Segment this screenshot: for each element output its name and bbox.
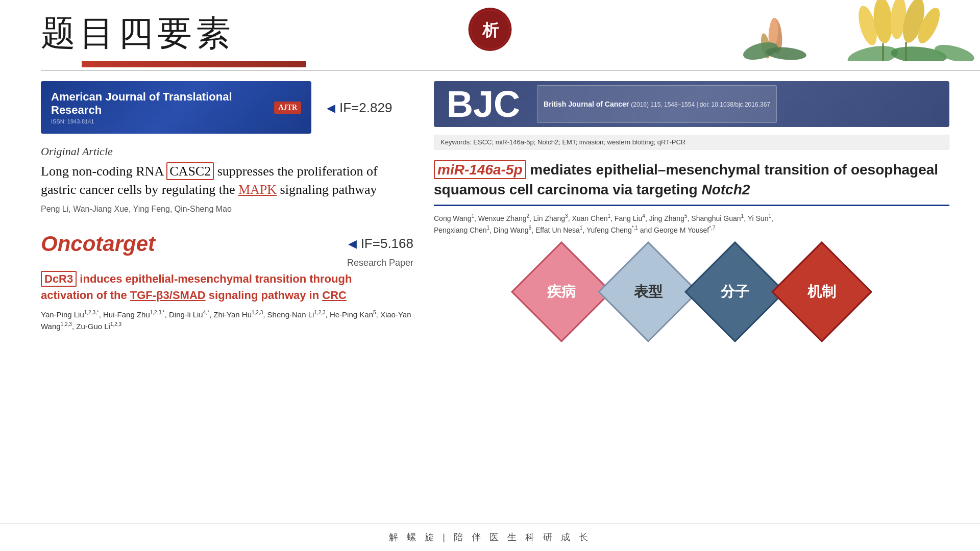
- diamond-molecule: 分子: [694, 251, 776, 333]
- bjc-citation: British Journal of Cancer (2016) 115, 15…: [544, 99, 770, 109]
- bjc-logo: BJC: [434, 81, 533, 127]
- oncotarget-authors: Yan-Ping Liu1,2,3,*, Hui-Fang Zhu1,2,3,*…: [41, 309, 413, 333]
- epi-text: epithelial-mesenchymal transition: [126, 272, 310, 285]
- oncotarget-header-row: Oncotarget ◀ IF=5.168: [41, 232, 413, 256]
- diamond-label-3: 分子: [721, 282, 749, 302]
- ajtr-title-post: signaling pathway: [277, 182, 377, 197]
- diamond-mechanism: 机制: [781, 251, 863, 333]
- diamond-disease: 疾病: [521, 251, 602, 333]
- divider-line: [41, 70, 980, 71]
- ajtr-journal-name: American Journal of Translational Resear…: [51, 90, 274, 117]
- ajtr-badge: AJTR: [274, 102, 301, 114]
- mapk-gene: MAPK: [238, 182, 277, 197]
- diamond-label-1: 疾病: [547, 282, 576, 302]
- footer-text: 解 螺 旋 | 陪 伴 医 生 科 研 成 长: [389, 532, 591, 542]
- bjc-doi: (2016) 115, 1548–1554 | doi: 10.1038/bjc…: [631, 101, 770, 108]
- oncotarget-arrow: ◀: [348, 237, 357, 251]
- svg-text:析: 析: [481, 21, 499, 39]
- ajtr-issn: ISSN: 1943-8141: [51, 118, 274, 124]
- article-type: Original Article: [41, 145, 413, 158]
- induces-text: induces: [77, 272, 125, 285]
- oncotarget-article-title: DcR3 induces epithelial-mesenchymal tran…: [41, 271, 413, 304]
- ajtr-authors: Peng Li, Wan-Jiang Xue, Ying Feng, Qin-S…: [41, 205, 413, 214]
- mir-gene: miR-146a-5p: [434, 160, 526, 179]
- header: 题目四要素 析: [0, 0, 980, 61]
- diamonds-row: 疾病 表型 分子 机制: [434, 251, 949, 333]
- bjc-article-title: miR-146a-5p mediates epithelial–mesenchy…: [434, 160, 949, 206]
- oncotarget-if-row: ◀ IF=5.168: [348, 236, 413, 252]
- ajtr-title-pre: Long non-coding RNA: [41, 164, 166, 179]
- ajtr-if-score: IF=2.829: [339, 100, 392, 116]
- diamond-phenotype: 表型: [607, 251, 689, 333]
- oncotarget-section: Oncotarget ◀ IF=5.168 Research Paper DcR…: [41, 229, 413, 333]
- footer: 解 螺 旋 | 陪 伴 医 生 科 研 成 长: [0, 523, 980, 551]
- red-bar: [82, 61, 306, 67]
- ajtr-if-container: ◀ IF=2.829: [327, 100, 392, 116]
- oncotarget-if-score: IF=5.168: [361, 236, 413, 252]
- ajtr-banner: American Journal of Translational Resear…: [41, 81, 311, 134]
- bjc-info: British Journal of Cancer (2016) 115, 15…: [537, 85, 777, 123]
- casc2-gene: CASC2: [166, 162, 214, 180]
- oncotarget-logo: Oncotarget: [41, 232, 155, 256]
- lotus-decoration: [725, 0, 980, 61]
- center-logo: 析: [469, 8, 512, 51]
- ajtr-info: American Journal of Translational Resear…: [51, 90, 274, 124]
- bjc-authors: Cong Wang1, Wenxue Zhang2, Lin Zhang3, X…: [434, 212, 949, 236]
- main-content: American Journal of Translational Resear…: [0, 81, 980, 333]
- through-text: through: [309, 272, 352, 285]
- crc-text: CRC: [322, 289, 347, 302]
- left-panel: American Journal of Translational Resear…: [41, 81, 413, 333]
- ajtr-row: American Journal of Translational Resear…: [41, 81, 413, 140]
- if-arrow-left: ◀: [327, 102, 335, 115]
- activation-text: activation of the: [41, 289, 130, 302]
- red-bar-container: [0, 61, 980, 67]
- diamond-label-4: 机制: [807, 282, 836, 302]
- tgf-gene: TGF-β3/SMAD: [130, 289, 206, 302]
- lotus-svg: [725, 0, 980, 61]
- right-panel: BJC British Journal of Cancer (2016) 115…: [434, 81, 949, 333]
- keywords-bar: Keywords: ESCC; miR-146a-5p; Notch2; EMT…: [434, 135, 949, 149]
- pathway-text: signaling pathway in: [206, 289, 323, 302]
- research-paper-label: Research Paper: [41, 258, 413, 268]
- dcr3-gene: DcR3: [41, 271, 77, 287]
- notch2-gene: Notch2: [701, 182, 750, 197]
- page-title: 题目四要素: [41, 10, 235, 57]
- logo-icon: 析: [470, 9, 510, 50]
- bjc-banner: BJC British Journal of Cancer (2016) 115…: [434, 81, 949, 127]
- bjc-journal-name: British Journal of Cancer: [544, 100, 629, 108]
- diamond-label-2: 表型: [634, 282, 663, 302]
- ajtr-article-title: Long non-coding RNA CASC2 suppresses the…: [41, 162, 413, 199]
